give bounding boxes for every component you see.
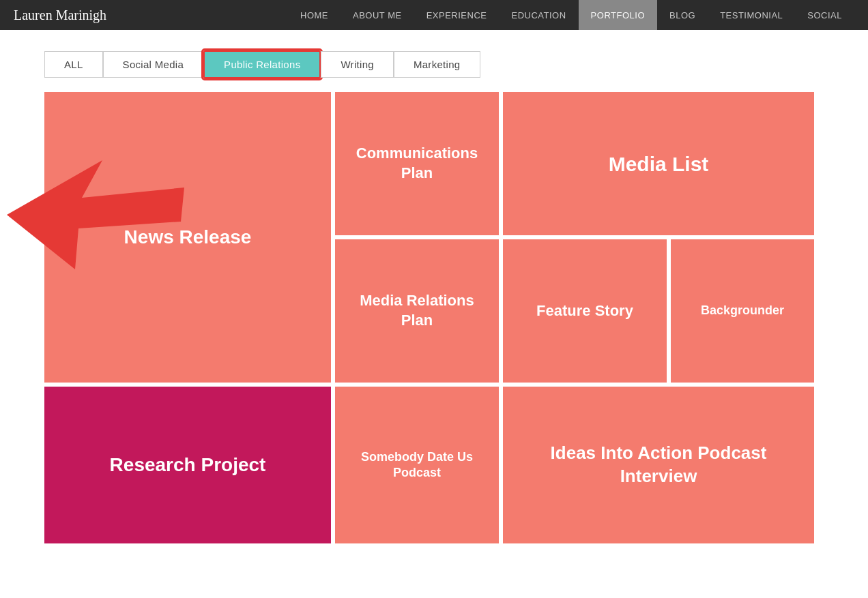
tile-somebody-date[interactable]: Somebody Date Us Podcast	[335, 387, 499, 543]
nav-portfolio[interactable]: PORTFOLIO	[579, 0, 657, 30]
nav-education[interactable]: EDUCATION	[500, 0, 579, 30]
tile-research-project[interactable]: Research Project	[44, 387, 331, 543]
tile-feature-story-label: Feature Story	[530, 295, 640, 328]
filter-writing[interactable]: Writing	[321, 51, 394, 78]
tile-media-relations-label: Media Relations Plan	[335, 284, 499, 337]
tile-ideas-into-action[interactable]: Ideas Into Action Podcast Interview	[503, 387, 814, 543]
tile-news-release[interactable]: News Release	[44, 92, 331, 383]
filter-social-media[interactable]: Social Media	[103, 51, 203, 78]
tile-media-list[interactable]: Media List	[503, 92, 814, 235]
tile-media-list-label: Media List	[602, 144, 716, 184]
tile-news-release-label: News Release	[117, 218, 259, 256]
tile-comms-plan-label: Communications Plan	[335, 137, 499, 190]
nav-experience[interactable]: EXPERIENCE	[414, 0, 500, 30]
nav-social[interactable]: SOCIAL	[795, 0, 854, 30]
filter-public-relations[interactable]: Public Relations	[203, 50, 321, 78]
tile-backgrounder-label: Backgrounder	[694, 296, 791, 325]
tile-backgrounder[interactable]: Backgrounder	[671, 239, 814, 383]
tile-research-project-label: Research Project	[103, 446, 273, 484]
tile-ideas-into-action-label: Ideas Into Action Podcast Interview	[503, 435, 814, 495]
filter-marketing[interactable]: Marketing	[394, 51, 480, 78]
tile-feature-story[interactable]: Feature Story	[503, 239, 667, 383]
portfolio-grid: News Release Communications Plan Media L…	[44, 92, 824, 543]
tile-comms-plan[interactable]: Communications Plan	[335, 92, 499, 235]
site-logo: Lauren Marinigh	[14, 8, 106, 23]
nav-testimonial[interactable]: TESTIMONIAL	[708, 0, 795, 30]
tile-somebody-date-label: Somebody Date Us Podcast	[335, 443, 499, 488]
portfolio-area: News Release Communications Plan Media L…	[0, 92, 868, 543]
filter-all[interactable]: ALL	[44, 51, 103, 78]
nav-links: Home ABOUT ME EXPERIENCE EDUCATION PORTF…	[288, 0, 854, 30]
nav-blog[interactable]: BLOG	[657, 0, 708, 30]
navigation: Lauren Marinigh Home ABOUT ME EXPERIENCE…	[0, 0, 868, 30]
nav-home[interactable]: Home	[288, 0, 341, 30]
tile-media-relations[interactable]: Media Relations Plan	[335, 239, 499, 383]
nav-about[interactable]: ABOUT ME	[341, 0, 414, 30]
filter-bar: ALL Social Media Public Relations Writin…	[0, 30, 868, 92]
